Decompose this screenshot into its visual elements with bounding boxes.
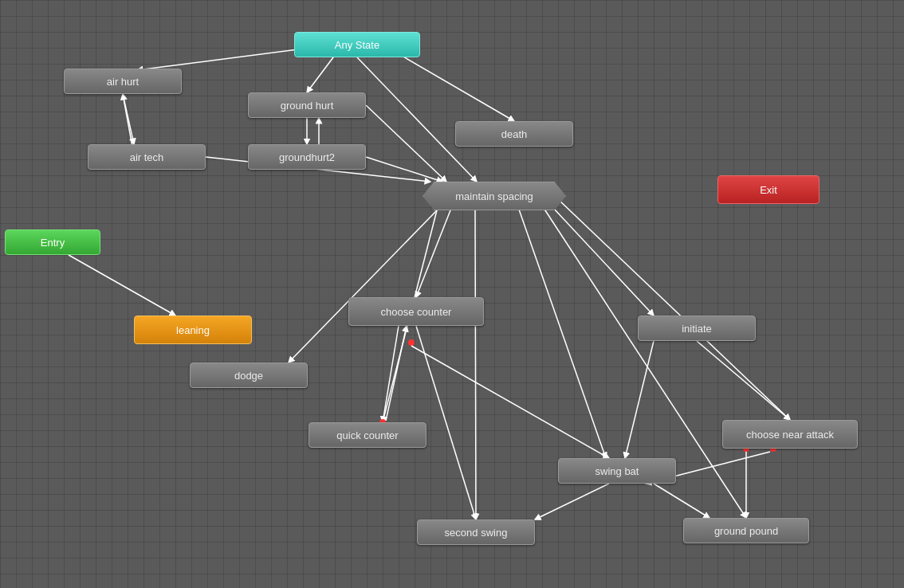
dodge-label: dodge: [234, 370, 263, 382]
maintain-spacing-node[interactable]: maintain spacing: [423, 182, 566, 210]
svg-line-18: [475, 210, 476, 519]
svg-line-19: [518, 207, 606, 458]
air-tech-label: air tech: [130, 151, 164, 163]
any-state-label: Any State: [335, 39, 379, 51]
ground-hurt-node[interactable]: ground hurt: [248, 92, 366, 118]
svg-line-16: [289, 210, 437, 363]
initiate-label: initiate: [682, 323, 712, 335]
ground-hurt-label: ground hurt: [281, 100, 334, 112]
second-swing-label: second swing: [445, 527, 508, 539]
swing-bat-label: swing bat: [595, 465, 639, 477]
svg-line-34: [535, 484, 609, 519]
svg-line-21: [558, 199, 790, 420]
air-tech-node[interactable]: air tech: [88, 144, 206, 170]
choose-near-attack-node[interactable]: choose near attack: [722, 420, 858, 449]
exit-label: Exit: [760, 184, 777, 196]
leaning-node[interactable]: leaning: [134, 316, 252, 344]
groundhurt2-node[interactable]: groundhurt2: [248, 144, 366, 170]
svg-line-9: [366, 105, 446, 182]
svg-point-24: [408, 339, 415, 346]
svg-line-29: [625, 341, 654, 458]
svg-line-14: [416, 210, 450, 297]
svg-line-13: [69, 255, 175, 316]
air-hurt-label: air hurt: [107, 76, 139, 88]
quick-counter-node[interactable]: quick counter: [309, 422, 426, 448]
ground-pound-label: ground pound: [714, 525, 778, 537]
groundhurt2-label: groundhurt2: [279, 151, 335, 163]
svg-line-27: [386, 326, 407, 421]
maintain-spacing-label: maintain spacing: [455, 190, 533, 202]
choose-counter-label: choose counter: [381, 306, 452, 318]
svg-line-25: [411, 346, 609, 458]
svg-line-10: [366, 157, 442, 182]
any-state-node[interactable]: Any State: [294, 32, 420, 57]
death-label: death: [501, 128, 528, 140]
death-node[interactable]: death: [455, 121, 573, 147]
choose-counter-node[interactable]: choose counter: [348, 297, 484, 326]
air-hurt-node[interactable]: air hurt: [64, 69, 182, 94]
initiate-node[interactable]: initiate: [638, 316, 756, 341]
svg-line-22: [383, 326, 399, 422]
dodge-node[interactable]: dodge: [190, 363, 308, 388]
svg-line-28: [697, 341, 790, 420]
leaning-label: leaning: [176, 324, 210, 336]
svg-line-15: [542, 196, 654, 316]
second-swing-node[interactable]: second swing: [417, 519, 535, 545]
svg-line-35: [654, 484, 709, 518]
svg-line-3: [123, 94, 134, 144]
swing-bat-node[interactable]: swing bat: [558, 458, 676, 484]
svg-line-12: [357, 57, 477, 182]
entry-node[interactable]: Entry: [5, 229, 100, 255]
choose-near-attack-label: choose near attack: [746, 429, 834, 441]
exit-node[interactable]: Exit: [717, 175, 819, 204]
ground-pound-node[interactable]: ground pound: [683, 518, 809, 543]
entry-label: Entry: [41, 237, 65, 249]
quick-counter-label: quick counter: [336, 429, 398, 441]
